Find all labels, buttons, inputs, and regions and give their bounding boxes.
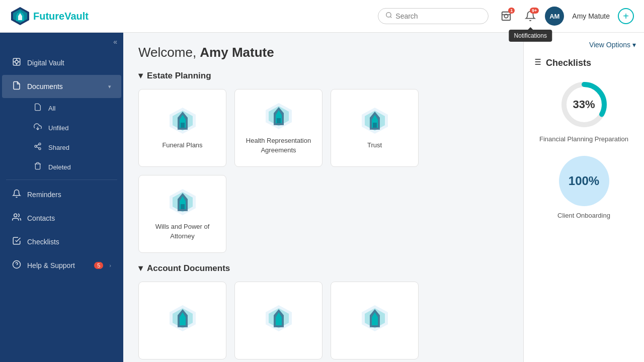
sidebar-item-help-label: Help & Support <box>27 261 88 269</box>
funeral-plans-icon <box>168 106 198 136</box>
svg-line-19 <box>37 144 39 146</box>
notifications-badge: 9+ <box>530 8 539 14</box>
topbar: FutureVault 1 9+ Notifications AM Amy Ma… <box>0 0 644 33</box>
svg-point-16 <box>35 145 37 147</box>
circle-100-text: 100% <box>569 174 599 188</box>
add-button[interactable]: + <box>618 8 634 24</box>
sidebar-item-deleted-label: Deleted <box>48 163 115 171</box>
sidebar-item-checklists-label: Checklists <box>27 238 111 246</box>
account-card-1-icon <box>168 303 198 333</box>
checklists-title: Checklists <box>532 57 636 69</box>
sidebar-item-help[interactable]: Help & Support 5 › <box>2 254 121 277</box>
shared-icon <box>33 142 42 152</box>
checklist-client-onboarding[interactable]: 100% Client Onboarding <box>532 156 636 220</box>
card-account-2[interactable] <box>234 282 323 359</box>
sidebar-item-contacts-label: Contacts <box>27 214 111 222</box>
sidebar-item-documents[interactable]: Documents ▾ <box>2 75 121 98</box>
sidebar-item-digital-vault-label: Digital Vault <box>27 59 111 67</box>
search-bar[interactable] <box>378 8 489 24</box>
topbar-icons: 1 9+ Notifications AM Amy Matute + <box>497 7 634 26</box>
sidebar-sub-nav: All Unfiled Shared <box>0 99 123 176</box>
sidebar-nav: Digital Vault Documents ▾ All <box>0 51 123 362</box>
sidebar-item-all-label: All <box>48 105 115 112</box>
welcome-header: Welcome, Amy Matute <box>138 45 508 60</box>
contacts-icon <box>12 213 21 224</box>
trust-icon <box>360 106 390 136</box>
digital-vault-icon <box>12 57 21 68</box>
card-trust[interactable]: Trust <box>331 89 419 167</box>
sidebar: « Digital Vault Documents ▾ <box>0 33 123 362</box>
nav-divider-1 <box>6 179 117 180</box>
sidebar-item-checklists[interactable]: Checklists <box>2 230 121 253</box>
account-documents-cards <box>138 282 508 359</box>
card-funeral-plans[interactable]: Funeral Plans <box>138 89 226 167</box>
help-icon <box>12 260 21 271</box>
financial-planning-label: Financial Planning Preparation <box>532 135 636 144</box>
svg-point-17 <box>39 148 41 150</box>
help-badge: 5 <box>94 262 103 269</box>
content-main: Welcome, Amy Matute ▾ Estate Planning Fu <box>123 33 523 362</box>
card-wills-poa[interactable]: Wills and Power of Attorney <box>138 175 226 253</box>
sidebar-item-shared[interactable]: Shared <box>27 138 121 157</box>
section-account-documents[interactable]: ▾ Account Documents <box>138 263 508 274</box>
checklist-financial-planning[interactable]: 33% Financial Planning Preparation <box>532 79 636 144</box>
sidebar-collapse: « <box>0 33 123 51</box>
wills-poa-label: Wills and Power of Attorney <box>145 222 220 240</box>
logo-text: FutureVault <box>33 11 89 22</box>
section-caret-account: ▾ <box>138 263 143 274</box>
help-caret: › <box>109 262 111 268</box>
account-card-3-icon <box>360 303 390 333</box>
right-panel: View Options ▾ Checklists 33% Financial … <box>523 33 644 362</box>
card-account-3[interactable] <box>331 282 419 359</box>
svg-line-18 <box>37 147 39 148</box>
search-icon <box>385 12 392 21</box>
sidebar-item-digital-vault[interactable]: Digital Vault <box>2 51 121 74</box>
trust-label: Trust <box>367 141 382 150</box>
sidebar-item-documents-label: Documents <box>27 82 102 90</box>
avatar[interactable]: AM <box>545 7 564 26</box>
all-icon <box>33 103 42 113</box>
account-card-2-icon <box>264 303 294 333</box>
sidebar-collapse-button[interactable]: « <box>113 38 117 46</box>
deleted-icon <box>33 162 42 172</box>
main-layout: « Digital Vault Documents ▾ <box>0 33 644 362</box>
documents-caret: ▾ <box>108 83 111 90</box>
checklists-list-icon <box>532 57 542 69</box>
svg-point-3 <box>386 13 391 17</box>
user-name-label[interactable]: Amy Matute <box>572 12 610 20</box>
sidebar-item-deleted[interactable]: Deleted <box>27 157 121 176</box>
card-account-1[interactable] <box>138 282 226 359</box>
svg-line-4 <box>390 17 392 18</box>
sidebar-item-reminders[interactable]: Reminders <box>2 183 121 206</box>
logo-icon <box>10 6 30 26</box>
unfiled-icon <box>33 123 42 133</box>
svg-point-9 <box>15 60 18 63</box>
reminders-icon <box>12 189 21 200</box>
sidebar-item-unfiled-label: Unfiled <box>48 124 115 132</box>
search-input[interactable] <box>395 12 481 20</box>
svg-point-15 <box>39 143 41 145</box>
sidebar-item-contacts[interactable]: Contacts <box>2 207 121 230</box>
svg-point-20 <box>14 214 17 217</box>
vault-button[interactable]: 1 <box>497 7 516 26</box>
notifications-wrapper: 9+ Notifications <box>521 7 540 26</box>
client-onboarding-label: Client Onboarding <box>532 211 636 220</box>
vault-badge: 1 <box>508 8 515 14</box>
health-representation-icon <box>264 101 294 131</box>
sidebar-item-reminders-label: Reminders <box>27 191 111 199</box>
sidebar-item-all[interactable]: All <box>27 99 121 118</box>
card-health-representation[interactable]: Health Representation Agreements <box>234 89 323 167</box>
notifications-button[interactable]: 9+ <box>521 7 540 26</box>
checklists-icon <box>12 236 21 247</box>
sidebar-item-shared-label: Shared <box>48 144 115 151</box>
logo[interactable]: FutureVault <box>10 6 89 26</box>
sidebar-item-unfiled[interactable]: Unfiled <box>27 118 121 137</box>
circle-100: 100% <box>559 156 609 206</box>
circle-33: 33% <box>559 79 609 130</box>
estate-planning-cards: Funeral Plans Health Representation Agre… <box>138 89 508 253</box>
content-area: Welcome, Amy Matute ▾ Estate Planning Fu <box>123 33 523 362</box>
view-options[interactable]: View Options ▾ <box>532 41 636 49</box>
section-estate-planning[interactable]: ▾ Estate Planning <box>138 70 508 81</box>
documents-icon <box>12 81 21 92</box>
circle-33-text: 33% <box>573 98 595 111</box>
